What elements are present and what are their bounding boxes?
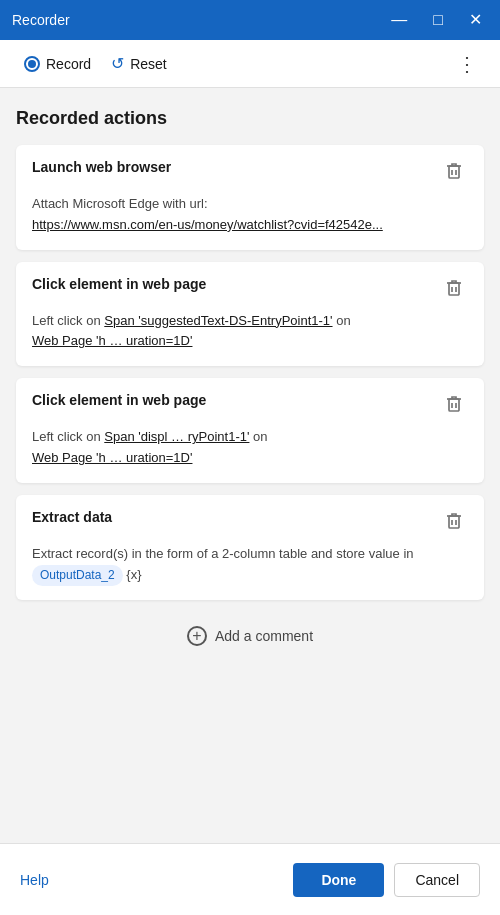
card-link2: Web Page 'h … uration=1D' <box>32 333 192 348</box>
reset-label: Reset <box>130 56 167 72</box>
card-title: Click element in web page <box>32 392 206 408</box>
action-card-launch-browser: Launch web browser Attach Microsoft Edge… <box>16 145 484 250</box>
card-header: Click element in web page <box>32 276 468 303</box>
card-header: Extract data <box>32 509 468 536</box>
card-body-text2: on <box>253 429 267 444</box>
add-comment-plus-icon: + <box>187 626 207 646</box>
section-title: Recorded actions <box>16 108 484 129</box>
cancel-button[interactable]: Cancel <box>394 863 480 897</box>
card-body-text: Attach Microsoft Edge with url: <box>32 196 208 211</box>
svg-rect-9 <box>449 516 459 528</box>
svg-rect-3 <box>449 283 459 295</box>
app-title: Recorder <box>12 12 70 28</box>
footer-action-buttons: Done Cancel <box>293 863 480 897</box>
delete-card-4-button[interactable] <box>440 509 468 536</box>
delete-card-2-button[interactable] <box>440 276 468 303</box>
card-title: Extract data <box>32 509 112 525</box>
record-dot-icon <box>24 56 40 72</box>
card-body-text2: on <box>336 313 350 328</box>
add-comment-row: + Add a comment <box>16 618 484 654</box>
card-link1: Span 'suggestedText-DS-EntryPoint1-1' <box>104 313 332 328</box>
close-button[interactable]: ✕ <box>463 10 488 30</box>
add-comment-label: Add a comment <box>215 628 313 644</box>
card-link2: Web Page 'h … uration=1D' <box>32 450 192 465</box>
record-label: Record <box>46 56 91 72</box>
card-body: Attach Microsoft Edge with url: https://… <box>32 194 468 236</box>
add-comment-button[interactable]: + Add a comment <box>171 618 329 654</box>
title-bar: Recorder — □ ✕ <box>0 0 500 40</box>
window-controls: — □ ✕ <box>385 10 488 30</box>
delete-card-1-button[interactable] <box>440 159 468 186</box>
maximize-button[interactable]: □ <box>427 10 449 30</box>
record-button[interactable]: Record <box>14 50 101 78</box>
card-body: Left click on Span 'suggestedText-DS-Ent… <box>32 311 468 353</box>
reset-button[interactable]: ↺ Reset <box>101 48 177 79</box>
action-card-click-1: Click element in web page Left click on … <box>16 262 484 367</box>
record-dot-inner <box>28 60 36 68</box>
svg-rect-0 <box>449 166 459 178</box>
card-header: Launch web browser <box>32 159 468 186</box>
footer: Help Done Cancel <box>0 843 500 915</box>
main-content: Recorded actions Launch web browser Atta… <box>0 88 500 843</box>
card-body: Extract record(s) in the form of a 2-col… <box>32 544 468 586</box>
card-header: Click element in web page <box>32 392 468 419</box>
card-title: Launch web browser <box>32 159 171 175</box>
svg-rect-6 <box>449 399 459 411</box>
action-card-extract-data: Extract data Extract record(s) in the fo… <box>16 495 484 600</box>
done-button[interactable]: Done <box>293 863 384 897</box>
action-card-click-2: Click element in web page Left click on … <box>16 378 484 483</box>
toolbar: Record ↺ Reset ⋮ <box>0 40 500 88</box>
more-options-button[interactable]: ⋮ <box>449 55 486 73</box>
minimize-button[interactable]: — <box>385 10 413 30</box>
card-link1: Span 'displ … ryPoint1-1' <box>104 429 249 444</box>
output-data-badge: OutputData_2 <box>32 565 123 586</box>
card-url-link: https://www.msn.com/en-us/money/watchlis… <box>32 217 383 232</box>
reset-icon: ↺ <box>111 54 124 73</box>
card-suffix: {x} <box>126 567 141 582</box>
card-body: Left click on Span 'displ … ryPoint1-1' … <box>32 427 468 469</box>
card-body-text: Extract record(s) in the form of a 2-col… <box>32 546 414 561</box>
card-title: Click element in web page <box>32 276 206 292</box>
delete-card-3-button[interactable] <box>440 392 468 419</box>
card-body-text1: Left click on <box>32 313 101 328</box>
help-link[interactable]: Help <box>20 872 49 888</box>
card-body-text1: Left click on <box>32 429 101 444</box>
